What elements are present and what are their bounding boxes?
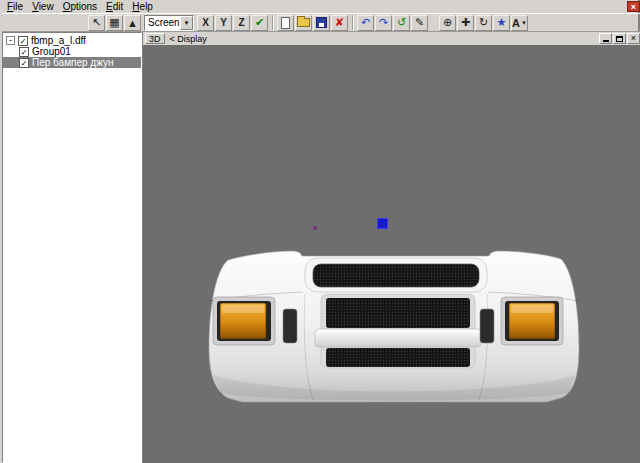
folder-icon <box>297 18 310 27</box>
viewport-window: 3D < Display × <box>142 32 640 463</box>
orbit-icon[interactable]: ↻ <box>475 15 492 31</box>
faces-icon[interactable]: ▲ <box>124 15 141 31</box>
pan-icon[interactable]: ✚ <box>457 15 474 31</box>
menu-file[interactable]: File <box>7 1 23 12</box>
undo-icon[interactable]: ↶ <box>357 15 374 31</box>
viewport-mode-button[interactable]: 3D <box>145 33 165 44</box>
zoom-icon[interactable]: ⊕ <box>439 15 456 31</box>
open-file-icon[interactable] <box>295 15 312 31</box>
bumper-model <box>143 45 640 463</box>
application-window: File View Options Edit Help × ↖ ▦ ▲ Scre… <box>0 0 640 463</box>
refresh-icon[interactable]: ↺ <box>393 15 410 31</box>
toolbar-separator <box>352 15 354 30</box>
scene-tree-panel: - ✓ fbmp_a_l.dff ✓ Group01 ✓ Пер бампер … <box>2 32 142 463</box>
redo-icon[interactable]: ↷ <box>375 15 392 31</box>
apply-check-icon[interactable]: ✔ <box>251 15 268 31</box>
display-toggle[interactable]: < Display <box>170 34 207 44</box>
restore-button[interactable] <box>613 33 626 44</box>
effects-icon[interactable]: ★ <box>493 15 510 31</box>
tree-item-label: fbmp_a_l.dff <box>31 35 86 46</box>
tree-item-group01[interactable]: ✓ Group01 <box>3 46 141 57</box>
checkbox-icon[interactable]: ✓ <box>19 47 29 57</box>
axis-z-button[interactable]: Z <box>233 15 250 31</box>
page-icon <box>281 17 290 29</box>
toolbar-separator <box>272 15 274 30</box>
save-file-icon[interactable] <box>313 15 330 31</box>
minimize-button[interactable] <box>599 33 612 44</box>
edit-icon[interactable]: ✎ <box>411 15 428 31</box>
viewport-window-controls: × <box>599 33 640 44</box>
font-tool-button[interactable]: A ▼ <box>511 15 528 31</box>
tree-item-front-bumper[interactable]: ✓ Пер бампер джун <box>3 57 141 68</box>
main-toolbar: ↖ ▦ ▲ Screen ▼ X Y Z ✔ ✘ ↶ ↷ ↺ ✎ ⊕ ✚ ↻ ★… <box>2 13 640 32</box>
blue-dummy-helper[interactable] <box>377 218 388 229</box>
menu-edit[interactable]: Edit <box>106 1 123 12</box>
font-tool-label: A <box>512 17 520 29</box>
viewport-canvas[interactable] <box>143 45 640 463</box>
menu-options[interactable]: Options <box>63 1 97 12</box>
close-viewport-button[interactable]: × <box>627 33 640 44</box>
purple-dummy-helper[interactable] <box>313 226 317 230</box>
view-mode-value: Screen <box>148 17 180 28</box>
axis-y-button[interactable]: Y <box>215 15 232 31</box>
tree-item-dff-file[interactable]: - ✓ fbmp_a_l.dff <box>3 35 141 46</box>
menu-help[interactable]: Help <box>132 1 153 12</box>
axis-x-button[interactable]: X <box>197 15 214 31</box>
chevron-down-icon[interactable]: ▼ <box>180 16 193 30</box>
checkbox-icon[interactable]: ✓ <box>19 58 29 68</box>
minimize-icon <box>603 40 609 42</box>
chevron-down-icon: ▼ <box>521 20 527 26</box>
new-file-icon[interactable] <box>277 15 294 31</box>
floppy-icon <box>316 17 327 28</box>
delete-icon[interactable]: ✘ <box>331 15 348 31</box>
checkbox-icon[interactable]: ✓ <box>18 36 28 46</box>
select-icon[interactable]: ↖ <box>88 15 105 31</box>
menu-bar: File View Options Edit Help × <box>2 0 640 13</box>
viewport-header: 3D < Display × <box>143 32 640 45</box>
restore-icon <box>616 36 623 42</box>
tree-item-label: Group01 <box>32 46 71 57</box>
view-mode-select[interactable]: Screen ▼ <box>144 15 194 31</box>
tree-item-label: Пер бампер джун <box>32 57 114 68</box>
close-window-button[interactable]: × <box>627 1 640 12</box>
grid-icon[interactable]: ▦ <box>106 15 123 31</box>
menu-view[interactable]: View <box>32 1 54 12</box>
expander-icon[interactable]: - <box>6 36 15 45</box>
